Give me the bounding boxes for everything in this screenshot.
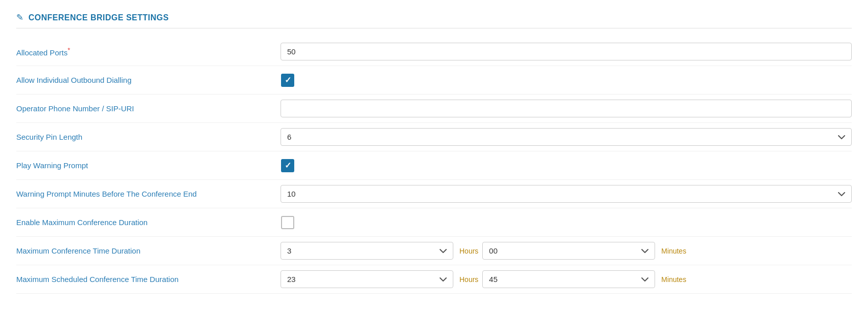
section-title: CONFERENCE BRIDGE SETTINGS bbox=[28, 13, 169, 22]
enable-max-duration-label: Enable Maximum Conference Duration bbox=[16, 218, 281, 227]
section-header: ✎ CONFERENCE BRIDGE SETTINGS bbox=[16, 12, 852, 28]
max-scheduled-duration-group: 123 456 789 10111223 Hours 00153045 Minu… bbox=[281, 270, 852, 288]
allocated-ports-control bbox=[281, 43, 852, 60]
allow-individual-checked-box: ✓ bbox=[281, 74, 294, 87]
max-time-duration-group: 123 456 789 10111223 Hours 00153045 Minu… bbox=[281, 242, 852, 260]
max-time-duration-label: Maximum Conference Time Duration bbox=[16, 246, 281, 255]
allow-individual-control: ✓ bbox=[281, 73, 852, 87]
enable-max-duration-row: Enable Maximum Conference Duration bbox=[16, 208, 852, 237]
max-scheduled-minutes-label: Minutes bbox=[661, 275, 686, 284]
enable-max-duration-unchecked-box bbox=[281, 216, 294, 229]
allocated-ports-input[interactable] bbox=[281, 43, 852, 60]
enable-max-duration-checkbox[interactable] bbox=[281, 215, 295, 230]
max-time-hours-select[interactable]: 123 456 789 10111223 bbox=[281, 242, 453, 260]
security-pin-row: Security Pin Length 4 5 6 7 8 9 10 bbox=[16, 123, 852, 151]
max-scheduled-duration-row: Maximum Scheduled Conference Time Durati… bbox=[16, 265, 852, 294]
allow-individual-row: Allow Individual Outbound Dialling ✓ bbox=[16, 66, 852, 95]
warning-minutes-control: 5 10 15 20 30 bbox=[281, 185, 852, 203]
checkmark-icon: ✓ bbox=[285, 162, 291, 170]
security-pin-select[interactable]: 4 5 6 7 8 9 10 bbox=[281, 128, 852, 146]
max-scheduled-hours-select[interactable]: 123 456 789 10111223 bbox=[281, 270, 453, 288]
max-scheduled-duration-control: 123 456 789 10111223 Hours 00153045 Minu… bbox=[281, 270, 852, 288]
max-time-minutes-select[interactable]: 00153045 bbox=[482, 242, 655, 260]
max-time-duration-control: 123 456 789 10111223 Hours 00153045 Minu… bbox=[281, 242, 852, 260]
allocated-ports-row: Allocated Ports* bbox=[16, 38, 852, 66]
security-pin-label: Security Pin Length bbox=[16, 133, 281, 141]
max-scheduled-hours-label: Hours bbox=[459, 275, 478, 284]
operator-phone-row: Operator Phone Number / SIP-URI bbox=[16, 95, 852, 123]
warning-minutes-row: Warning Prompt Minutes Before The Confer… bbox=[16, 180, 852, 208]
warning-minutes-label: Warning Prompt Minutes Before The Confer… bbox=[16, 190, 281, 198]
allow-individual-label: Allow Individual Outbound Dialling bbox=[16, 76, 281, 84]
play-warning-label: Play Warning Prompt bbox=[16, 161, 281, 170]
max-time-duration-row: Maximum Conference Time Duration 123 456… bbox=[16, 237, 852, 265]
play-warning-control: ✓ bbox=[281, 159, 852, 173]
max-scheduled-duration-label: Maximum Scheduled Conference Time Durati… bbox=[16, 275, 281, 284]
max-time-minutes-label: Minutes bbox=[661, 247, 686, 255]
max-time-hours-label: Hours bbox=[459, 247, 478, 255]
enable-max-duration-control bbox=[281, 215, 852, 230]
operator-phone-control bbox=[281, 100, 852, 117]
security-pin-control: 4 5 6 7 8 9 10 bbox=[281, 128, 852, 146]
play-warning-checkbox[interactable]: ✓ bbox=[281, 159, 295, 173]
allocated-ports-label: Allocated Ports* bbox=[16, 46, 281, 57]
warning-minutes-select[interactable]: 5 10 15 20 30 bbox=[281, 185, 852, 203]
checkmark-icon: ✓ bbox=[285, 76, 291, 84]
max-scheduled-minutes-select[interactable]: 00153045 bbox=[482, 270, 655, 288]
edit-icon: ✎ bbox=[16, 12, 23, 23]
play-warning-checked-box: ✓ bbox=[281, 159, 294, 172]
operator-phone-input[interactable] bbox=[281, 100, 852, 117]
operator-phone-label: Operator Phone Number / SIP-URI bbox=[16, 104, 281, 113]
allow-individual-checkbox[interactable]: ✓ bbox=[281, 73, 295, 87]
play-warning-row: Play Warning Prompt ✓ bbox=[16, 151, 852, 180]
